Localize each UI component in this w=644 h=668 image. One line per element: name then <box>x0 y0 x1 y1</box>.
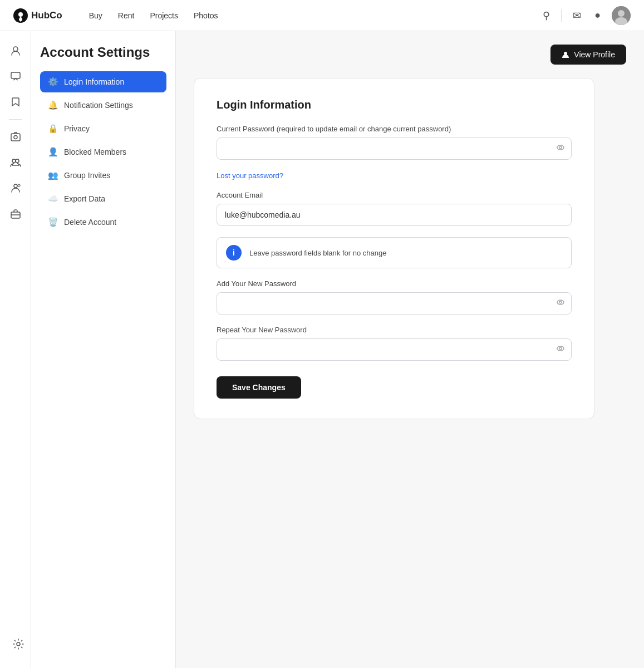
current-password-eye-icon[interactable] <box>556 143 565 154</box>
info-dot-icon: i <box>226 245 242 261</box>
notifications-icon[interactable]: ● <box>592 7 603 23</box>
repeat-password-input-wrap <box>217 338 572 361</box>
svg-point-1 <box>18 12 23 17</box>
view-profile-button[interactable]: View Profile <box>550 45 626 65</box>
search-icon[interactable]: ⚲ <box>540 7 552 24</box>
sidebar-item-privacy[interactable]: 🔒 Privacy <box>40 118 166 139</box>
sidebar-item-group-invites[interactable]: 👥 Group Invites <box>40 165 166 186</box>
rail-chat-icon[interactable] <box>5 66 26 87</box>
current-password-group: Current Password (required to update ema… <box>217 125 572 160</box>
lost-password-link[interactable]: Lost your password? <box>217 171 283 180</box>
rail-divider <box>9 119 22 120</box>
svg-point-12 <box>18 184 20 186</box>
svg-point-8 <box>14 136 17 139</box>
svg-point-21 <box>559 347 562 350</box>
new-password-input-wrap <box>217 292 572 315</box>
sidebar-item-label: Group Invites <box>64 171 110 180</box>
messages-icon[interactable]: ✉ <box>571 7 583 24</box>
svg-rect-6 <box>11 72 20 78</box>
sidebar-item-notification-settings[interactable]: 🔔 Notification Settings <box>40 95 166 116</box>
sidebar-item-login-information[interactable]: ⚙️ Login Information <box>40 71 166 92</box>
sidebar-item-delete-account[interactable]: 🗑️ Delete Account <box>40 212 166 233</box>
main-content: View Profile Login Information Current P… <box>176 31 644 668</box>
sidebar-item-export-data[interactable]: ☁️ Export Data <box>40 188 166 209</box>
new-password-group: Add Your New Password <box>217 279 572 315</box>
block-user-icon: 👤 <box>48 147 58 157</box>
notification-icon: 🔔 <box>48 100 58 110</box>
rail-people-icon[interactable] <box>5 152 26 173</box>
sidebar-item-label: Login Information <box>64 77 124 86</box>
new-password-eye-icon[interactable] <box>556 298 565 309</box>
current-password-input-wrap <box>217 137 572 160</box>
svg-point-5 <box>13 47 18 51</box>
icon-rail <box>0 31 31 668</box>
repeat-password-input[interactable] <box>217 338 572 361</box>
info-banner-text: Leave password fields blank for no chang… <box>249 249 386 257</box>
svg-point-19 <box>559 301 562 303</box>
save-changes-button[interactable]: Save Changes <box>217 376 301 399</box>
info-banner: i Leave password fields blank for no cha… <box>217 237 572 268</box>
brand-logo[interactable]: HubCo <box>13 8 62 23</box>
svg-point-3 <box>618 10 625 17</box>
topnav-actions: ⚲ ✉ ● <box>540 6 631 25</box>
new-password-input[interactable] <box>217 292 572 315</box>
nav-photos[interactable]: Photos <box>194 11 218 20</box>
view-profile-label: View Profile <box>574 50 615 59</box>
lock-icon: 🔒 <box>48 124 58 134</box>
account-email-input[interactable] <box>217 204 572 226</box>
brand-name: HubCo <box>31 10 62 21</box>
group-icon: 👥 <box>48 170 58 180</box>
svg-point-20 <box>557 346 564 351</box>
sidebar-item-label: Export Data <box>64 194 105 203</box>
person-icon <box>562 51 569 58</box>
nav-projects[interactable]: Projects <box>150 11 178 20</box>
sidebar-item-label: Blocked Members <box>64 148 126 156</box>
sidebar-item-label: Privacy <box>64 124 90 133</box>
rail-briefcase-icon[interactable] <box>5 203 26 224</box>
rail-group-icon[interactable] <box>5 178 26 199</box>
rail-add-photo-icon[interactable] <box>5 126 26 148</box>
repeat-password-label: Repeat Your New Password <box>217 326 572 334</box>
sidebar-item-blocked-members[interactable]: 👤 Blocked Members <box>40 141 166 163</box>
account-email-label: Account Email <box>217 191 572 199</box>
svg-point-10 <box>16 159 19 163</box>
repeat-password-eye-icon[interactable] <box>556 344 565 355</box>
svg-point-25 <box>17 642 20 646</box>
logo-icon <box>13 8 28 23</box>
repeat-password-group: Repeat Your New Password <box>217 326 572 361</box>
top-navigation: HubCo Buy Rent Projects Photos ⚲ ✉ ● <box>0 0 644 31</box>
form-heading: Login Information <box>217 99 572 111</box>
sidebar-item-label: Notification Settings <box>64 101 133 110</box>
nav-buy[interactable]: Buy <box>89 11 102 20</box>
svg-point-18 <box>557 300 564 304</box>
nav-divider <box>561 9 562 22</box>
user-avatar[interactable] <box>612 6 631 25</box>
svg-point-17 <box>559 146 562 149</box>
account-email-group: Account Email <box>217 191 572 226</box>
sidebar: Account Settings ⚙️ Login Information 🔔 … <box>31 31 176 668</box>
export-icon: ☁️ <box>48 194 58 204</box>
current-password-label: Current Password (required to update ema… <box>217 125 572 133</box>
sidebar-item-label: Delete Account <box>64 218 116 227</box>
svg-point-9 <box>12 159 16 163</box>
page-title: Account Settings <box>40 45 166 60</box>
rail-person-icon[interactable] <box>5 40 26 61</box>
svg-rect-7 <box>11 134 20 141</box>
account-email-input-wrap <box>217 204 572 226</box>
nav-rent[interactable]: Rent <box>118 11 135 20</box>
svg-point-16 <box>557 145 564 150</box>
sidebar-menu: ⚙️ Login Information 🔔 Notification Sett… <box>40 71 166 233</box>
page-layout: Account Settings ⚙️ Login Information 🔔 … <box>0 31 644 668</box>
rail-bookmark-icon[interactable] <box>5 91 26 112</box>
gear-settings-icon[interactable] <box>8 633 29 655</box>
current-password-input[interactable] <box>217 137 572 160</box>
settings-icon: ⚙️ <box>48 77 58 87</box>
nav-links: Buy Rent Projects Photos <box>89 11 540 20</box>
trash-icon: 🗑️ <box>48 217 58 227</box>
top-bar: View Profile <box>194 45 626 65</box>
login-information-card: Login Information Current Password (requ… <box>194 78 594 419</box>
svg-point-11 <box>14 184 17 188</box>
new-password-label: Add Your New Password <box>217 279 572 288</box>
